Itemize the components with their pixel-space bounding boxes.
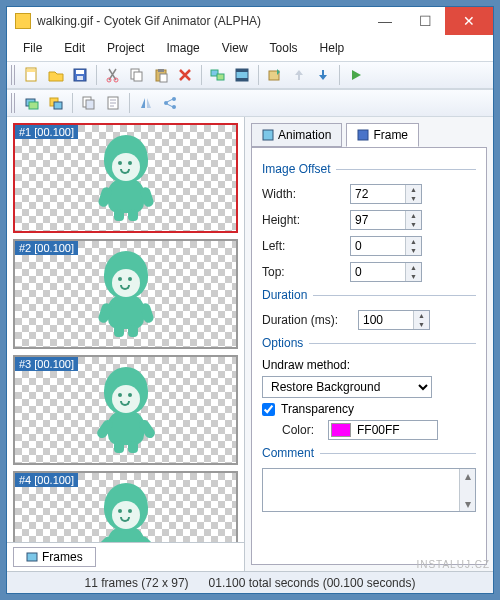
film-icon[interactable] bbox=[231, 64, 253, 86]
svg-rect-15 bbox=[236, 69, 248, 72]
frame-thumb-1[interactable]: #1 [00.100] bbox=[13, 123, 238, 233]
tab-animation[interactable]: Animation bbox=[251, 123, 342, 147]
frames-panel: #1 [00.100] #2 [00.100] #3 [00.100] #4 [… bbox=[7, 117, 245, 571]
frame-thumb-2[interactable]: #2 [00.100] bbox=[13, 239, 238, 349]
svg-rect-23 bbox=[86, 100, 94, 109]
frame-thumb-3[interactable]: #3 [00.100] bbox=[13, 355, 238, 465]
color-label: Color: bbox=[282, 423, 322, 437]
comment-input[interactable]: ▴▾ bbox=[262, 468, 476, 512]
group-comment: Comment bbox=[262, 446, 476, 460]
svg-rect-11 bbox=[160, 74, 167, 82]
tab-frame-label: Frame bbox=[373, 128, 408, 142]
status-frames: 11 frames (72 x 97) bbox=[85, 576, 189, 590]
frame-label: #1 [00.100] bbox=[15, 125, 78, 139]
svg-rect-21 bbox=[54, 102, 62, 109]
properties-panel: Animation Frame Image Offset Width: ▲▼ H… bbox=[245, 117, 493, 571]
width-input[interactable]: ▲▼ bbox=[350, 184, 422, 204]
color-swatch bbox=[331, 423, 351, 437]
undraw-select[interactable]: Restore Background bbox=[262, 376, 432, 398]
maximize-button[interactable]: ☐ bbox=[405, 7, 445, 35]
svg-rect-10 bbox=[158, 69, 164, 72]
duration-label: Duration (ms): bbox=[262, 313, 352, 327]
frame-label: #4 [00.100] bbox=[15, 473, 78, 487]
duplicate-icon[interactable] bbox=[78, 92, 100, 114]
menu-file[interactable]: File bbox=[13, 37, 52, 59]
flip-icon[interactable] bbox=[135, 92, 157, 114]
layers-icon[interactable] bbox=[21, 92, 43, 114]
color-picker[interactable]: FF00FF bbox=[328, 420, 438, 440]
window-title: walking.gif - Cyotek Gif Animator (ALPHA… bbox=[37, 14, 365, 28]
tab-animation-label: Animation bbox=[278, 128, 331, 142]
menu-project[interactable]: Project bbox=[97, 37, 154, 59]
menubar: File Edit Project Image View Tools Help bbox=[7, 35, 493, 61]
document-icon[interactable] bbox=[102, 92, 124, 114]
left-input[interactable]: ▲▼ bbox=[350, 236, 422, 256]
height-label: Height: bbox=[262, 213, 344, 227]
svg-rect-8 bbox=[134, 72, 142, 81]
statusbar: 11 frames (72 x 97) 01.100 total seconds… bbox=[7, 571, 493, 593]
group-options: Options bbox=[262, 336, 476, 350]
transparency-label: Transparency bbox=[281, 402, 354, 416]
toolbar-secondary bbox=[7, 89, 493, 117]
svg-rect-13 bbox=[217, 74, 224, 80]
delete-icon[interactable] bbox=[174, 64, 196, 86]
tab-frame[interactable]: Frame bbox=[346, 123, 419, 147]
close-button[interactable]: ✕ bbox=[445, 7, 493, 35]
group-duration: Duration bbox=[262, 288, 476, 302]
group-image-offset: Image Offset bbox=[262, 162, 476, 176]
toolbar-main bbox=[7, 61, 493, 89]
content-area: #1 [00.100] #2 [00.100] #3 [00.100] #4 [… bbox=[7, 117, 493, 571]
width-label: Width: bbox=[262, 187, 344, 201]
undraw-label: Undraw method: bbox=[262, 358, 476, 372]
open-icon[interactable] bbox=[45, 64, 67, 86]
arrow-down-icon[interactable] bbox=[312, 64, 334, 86]
svg-rect-16 bbox=[236, 78, 248, 81]
transparency-checkbox[interactable] bbox=[262, 403, 275, 416]
frames-list[interactable]: #1 [00.100] #2 [00.100] #3 [00.100] #4 [… bbox=[7, 117, 244, 542]
menu-image[interactable]: Image bbox=[156, 37, 209, 59]
tab-frames[interactable]: Frames bbox=[13, 547, 96, 567]
svg-rect-4 bbox=[77, 76, 83, 80]
top-label: Top: bbox=[262, 265, 344, 279]
play-icon[interactable] bbox=[345, 64, 367, 86]
toolbar-grip[interactable] bbox=[11, 65, 17, 85]
frame-thumb-4[interactable]: #4 [00.100] bbox=[13, 471, 238, 542]
menu-edit[interactable]: Edit bbox=[54, 37, 95, 59]
svg-rect-19 bbox=[29, 102, 38, 109]
bottom-tabs: Frames bbox=[7, 542, 244, 571]
height-input[interactable]: ▲▼ bbox=[350, 210, 422, 230]
frame-label: #3 [00.100] bbox=[15, 357, 78, 371]
copy-icon[interactable] bbox=[126, 64, 148, 86]
image-frames-icon[interactable] bbox=[207, 64, 229, 86]
frame-label: #2 [00.100] bbox=[15, 241, 78, 255]
menu-view[interactable]: View bbox=[212, 37, 258, 59]
export-icon[interactable] bbox=[264, 64, 286, 86]
tab-frames-label: Frames bbox=[42, 550, 83, 564]
color-value: FF00FF bbox=[357, 423, 400, 437]
duration-input[interactable]: ▲▼ bbox=[358, 310, 430, 330]
clone-icon[interactable] bbox=[45, 92, 67, 114]
save-icon[interactable] bbox=[69, 64, 91, 86]
menu-help[interactable]: Help bbox=[310, 37, 355, 59]
left-label: Left: bbox=[262, 239, 344, 253]
paste-icon[interactable] bbox=[150, 64, 172, 86]
app-icon bbox=[15, 13, 31, 29]
arrow-up-icon[interactable] bbox=[288, 64, 310, 86]
share-icon[interactable] bbox=[159, 92, 181, 114]
menu-tools[interactable]: Tools bbox=[260, 37, 308, 59]
svg-rect-29 bbox=[263, 130, 273, 140]
cut-icon[interactable] bbox=[102, 64, 124, 86]
right-tabs: Animation Frame bbox=[245, 117, 493, 147]
minimize-button[interactable]: — bbox=[365, 7, 405, 35]
toolbar-grip-2[interactable] bbox=[11, 93, 17, 113]
titlebar: walking.gif - Cyotek Gif Animator (ALPHA… bbox=[7, 7, 493, 35]
top-input[interactable]: ▲▼ bbox=[350, 262, 422, 282]
svg-rect-28 bbox=[27, 553, 37, 561]
svg-rect-3 bbox=[76, 70, 84, 74]
svg-rect-30 bbox=[358, 130, 368, 140]
new-icon[interactable] bbox=[21, 64, 43, 86]
frame-properties: Image Offset Width: ▲▼ Height: ▲▼ Left: … bbox=[251, 147, 487, 565]
app-window: walking.gif - Cyotek Gif Animator (ALPHA… bbox=[6, 6, 494, 594]
status-total: 01.100 total seconds (00.100 seconds) bbox=[209, 576, 416, 590]
svg-rect-1 bbox=[27, 69, 35, 72]
